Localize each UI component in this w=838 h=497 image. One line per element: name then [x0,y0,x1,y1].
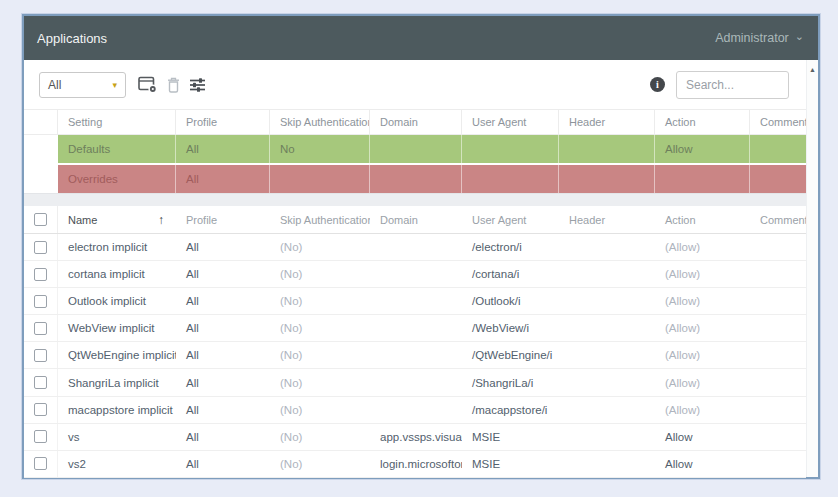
column-header-user_agent[interactable]: User Agent [462,206,559,233]
column-header-skip_auth[interactable]: Skip Authentication [270,110,370,134]
cell-comment [750,315,806,341]
cell-action [655,165,750,193]
cell-skip_auth: (No) [270,342,370,368]
column-header-setting[interactable]: Setting [58,110,176,134]
cell-skip_auth: (No) [270,261,370,287]
column-header-domain[interactable]: Domain [370,110,462,134]
cell-profile: All [176,288,270,314]
filter-settings-button[interactable] [189,77,206,93]
column-header-action[interactable]: Action [655,206,750,233]
cell-action: (Allow) [655,234,750,260]
cell-action: Allow [655,424,750,450]
row-checkbox[interactable] [34,322,47,335]
cell-comment [750,165,806,193]
column-header-profile[interactable]: Profile [176,206,270,233]
cell-skip_auth: (No) [270,234,370,260]
cell-name: QtWebEngine implicit [58,342,176,368]
cell-domain: app.vssps.visualst... [370,424,462,450]
profile-filter-select[interactable]: All ▾ [39,72,126,98]
cell-setting: Defaults [58,135,176,163]
column-header-profile[interactable]: Profile [176,110,270,134]
panel-body: All ▾ [24,60,818,477]
user-menu[interactable]: Administrator ⌄ [715,31,804,45]
delete-button[interactable] [167,77,180,93]
cell-comment [750,397,806,423]
cell-header [559,165,655,193]
cell-user_agent: /electron/i [462,234,559,260]
cell-header [559,451,655,477]
table-row[interactable]: cortana implicitAll(No)/cortana/i(Allow) [24,261,806,288]
select-all-checkbox[interactable] [34,213,47,226]
column-label: Profile [186,116,217,128]
checkbox-cell [24,261,58,287]
cell-header [559,261,655,287]
table-row[interactable]: vs2All(No)login.microsoftonl...MSIEAllow [24,451,806,478]
table-row[interactable]: vsAll(No)app.vssps.visualst...MSIEAllow [24,424,806,451]
cell-comment [750,369,806,395]
cell-domain [370,261,462,287]
column-header-domain[interactable]: Domain [370,206,462,233]
cell-action: (Allow) [655,342,750,368]
column-header-user_agent[interactable]: User Agent [462,110,559,134]
info-icon[interactable]: i [650,77,665,92]
row-checkbox[interactable] [34,295,47,308]
column-label: User Agent [472,214,526,226]
row-checkbox[interactable] [34,349,47,362]
cell-domain [370,315,462,341]
row-checkbox[interactable] [34,376,47,389]
toolbar: All ▾ [24,60,806,109]
cell-domain: login.microsoftonl... [370,451,462,477]
column-header-skip_auth[interactable]: Skip Authentication [270,206,370,233]
cell-domain [370,234,462,260]
cell-profile: All [176,451,270,477]
table-row[interactable]: ShangriLa implicitAll(No)/ShangriLa/i(Al… [24,369,806,396]
search-input[interactable] [676,71,789,99]
cell-action: (Allow) [655,288,750,314]
defaults-row[interactable]: DefaultsAllNoAllow [24,135,806,163]
table-row[interactable]: electron implicitAll(No)/electron/i(Allo… [24,234,806,261]
title-bar: Applications Administrator ⌄ [24,16,818,60]
overrides-row[interactable]: OverridesAll [24,165,806,193]
cell-domain [370,165,462,193]
column-label: Domain [380,214,418,226]
cell-skip_auth: (No) [270,315,370,341]
row-checkbox[interactable] [34,241,47,254]
checkbox-cell [24,369,58,395]
add-application-button[interactable] [138,76,158,94]
column-header-comment[interactable]: Comment [750,110,806,134]
scroll-up-icon[interactable]: ▲ [809,66,816,477]
cell-comment [750,342,806,368]
applications-table: Name↑ProfileSkip AuthenticationDomainUse… [24,206,806,478]
cell-profile: All [176,165,270,193]
cell-name: Outlook implicit [58,288,176,314]
column-header-header[interactable]: Header [559,206,655,233]
dropdown-caret-icon: ▾ [112,80,117,90]
table-row[interactable]: macappstore implicitAll(No)/macappstore/… [24,397,806,424]
checkbox-cell [24,315,58,341]
table-row[interactable]: WebView implicitAll(No)/WebView/i(Allow) [24,315,806,342]
profile-filter-value: All [48,78,61,92]
table-row[interactable]: Outlook implicitAll(No)/Outlook/i(Allow) [24,288,806,315]
cell-comment [750,261,806,287]
row-checkbox[interactable] [34,457,47,470]
defaults-overrides-table: SettingProfileSkip AuthenticationDomainU… [24,109,806,193]
page-title: Applications [37,31,107,46]
vertical-scrollbar[interactable]: ▲ [806,60,818,477]
row-checkbox[interactable] [34,430,47,443]
table-row[interactable]: QtWebEngine implicitAll(No)/QtWebEngine/… [24,342,806,369]
row-checkbox[interactable] [34,403,47,416]
column-label: User Agent [472,116,526,128]
column-header-header[interactable]: Header [559,110,655,134]
row-checkbox[interactable] [34,268,47,281]
column-header-name[interactable]: Name↑ [58,206,176,233]
cell-profile: All [176,234,270,260]
cell-setting: Overrides [58,165,176,193]
cell-domain [370,288,462,314]
cell-user_agent: /WebView/i [462,315,559,341]
cell-user_agent: /cortana/i [462,261,559,287]
column-label: Comment [760,116,806,128]
checkbox-cell [24,451,58,477]
column-header-action[interactable]: Action [655,110,750,134]
column-header-comment[interactable]: Comment [750,206,806,233]
cell-skip_auth: (No) [270,397,370,423]
